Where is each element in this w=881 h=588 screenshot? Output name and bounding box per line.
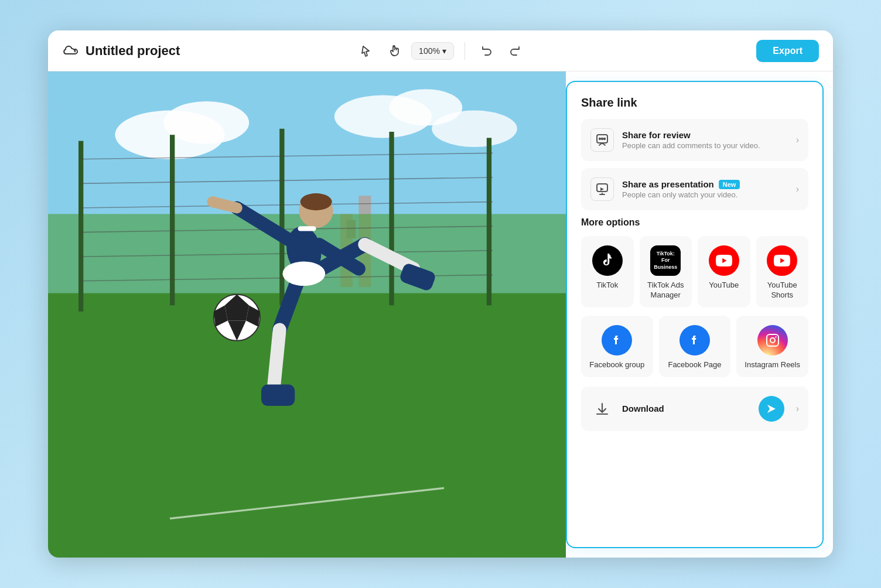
- svg-rect-11: [48, 293, 566, 558]
- instagram-reels-icon: [757, 325, 788, 355]
- svg-rect-32: [261, 385, 295, 406]
- facebook-page-label: Facebook Page: [668, 360, 721, 370]
- download-icon: [590, 397, 614, 421]
- share-presentation-name: Share as presentation: [622, 179, 714, 189]
- svg-rect-43: [597, 184, 607, 192]
- download-label: Download: [622, 404, 750, 413]
- tiktok-ads-option[interactable]: TikTok: For Business TikTok Ads Manager: [640, 236, 692, 307]
- download-cursor-icon: [759, 396, 784, 422]
- svg-rect-17: [487, 138, 491, 305]
- svg-point-42: [604, 138, 605, 139]
- tiktok-icon: [592, 245, 623, 276]
- more-options-title: More options: [581, 217, 808, 228]
- share-panel-title: Share link: [581, 96, 808, 110]
- soccer-image: [48, 71, 566, 558]
- svg-point-36: [282, 262, 325, 286]
- share-review-name: Share for review: [622, 130, 691, 140]
- yt-shorts-icon: [767, 245, 797, 276]
- header: Untitled project 100% ▾: [48, 30, 833, 71]
- download-option[interactable]: Download ›: [581, 387, 808, 431]
- svg-rect-16: [389, 132, 394, 305]
- download-chevron-icon: ›: [796, 404, 799, 414]
- svg-line-28: [213, 202, 237, 208]
- share-review-chevron-icon: ›: [796, 135, 799, 145]
- facebook-group-icon: [602, 325, 632, 355]
- undo-button[interactable]: [476, 40, 498, 62]
- header-center: 100% ▾: [355, 40, 526, 62]
- svg-marker-48: [767, 405, 776, 413]
- svg-line-31: [274, 330, 279, 391]
- youtube-icon: [709, 245, 739, 276]
- redo-button[interactable]: [504, 40, 526, 62]
- share-presentation-chevron-icon: ›: [796, 184, 799, 194]
- svg-rect-13: [78, 141, 83, 312]
- project-title: Untitled project: [86, 43, 180, 59]
- app-container: Untitled project 100% ▾: [48, 30, 833, 558]
- tiktok-ads-icon: TikTok: For Business: [650, 245, 681, 276]
- share-panel: Share link Share for review: [566, 81, 824, 548]
- svg-marker-0: [362, 46, 369, 56]
- svg-rect-15: [279, 129, 284, 306]
- svg-rect-37: [298, 226, 316, 231]
- share-presentation-icon: [590, 177, 614, 201]
- share-presentation-desc: People can only watch your video.: [622, 190, 788, 199]
- social-grid-row2: Facebook group Facebook Page: [581, 316, 808, 377]
- facebook-group-label: Facebook group: [589, 360, 644, 370]
- zoom-button[interactable]: 100% ▾: [411, 42, 454, 60]
- svg-point-46: [770, 338, 775, 343]
- export-button[interactable]: Export: [756, 40, 819, 62]
- share-review-desc: People can add comments to your video.: [622, 141, 788, 150]
- share-review-icon: [590, 128, 614, 152]
- share-review-text: Share for review People can add comments…: [622, 130, 788, 150]
- svg-point-26: [301, 193, 332, 210]
- tiktok-label: TikTok: [596, 281, 618, 290]
- social-grid-row1: TikTok TikTok: For Business TikTok Ads M…: [581, 236, 808, 307]
- instagram-reels-label: Instagram Reels: [745, 360, 800, 370]
- new-badge: New: [719, 180, 740, 189]
- share-presentation-option[interactable]: Share as presentation New People can onl…: [581, 168, 808, 210]
- hand-tool-button[interactable]: [383, 40, 405, 62]
- instagram-reels-option[interactable]: Instagram Reels: [736, 316, 808, 377]
- svg-rect-45: [767, 334, 778, 346]
- zoom-value: 100%: [419, 46, 440, 56]
- zoom-chevron-icon: ▾: [442, 46, 446, 56]
- svg-point-40: [599, 138, 600, 139]
- svg-marker-44: [600, 187, 604, 191]
- canvas-area: [48, 71, 566, 558]
- youtube-label: YouTube: [709, 281, 739, 290]
- header-left: Untitled project: [62, 42, 346, 60]
- svg-point-47: [775, 336, 776, 337]
- facebook-group-option[interactable]: Facebook group: [581, 316, 653, 377]
- svg-point-6: [432, 111, 517, 147]
- facebook-page-icon: [679, 325, 710, 355]
- header-divider: [465, 42, 465, 60]
- tiktok-ads-label: TikTok Ads Manager: [644, 281, 688, 300]
- youtube-option[interactable]: YouTube: [698, 236, 750, 307]
- header-right: Export: [535, 40, 819, 62]
- main-area: Share link Share for review: [48, 71, 833, 558]
- facebook-page-option[interactable]: Facebook Page: [659, 316, 731, 377]
- tiktok-option[interactable]: TikTok: [581, 236, 634, 307]
- yt-shorts-label: YouTube Shorts: [761, 281, 804, 300]
- cloud-icon: [62, 42, 78, 60]
- svg-point-41: [602, 138, 603, 139]
- share-presentation-text: Share as presentation New People can onl…: [622, 179, 788, 199]
- svg-point-3: [164, 101, 250, 144]
- yt-shorts-option[interactable]: YouTube Shorts: [756, 236, 809, 307]
- pointer-tool-button[interactable]: [355, 40, 377, 62]
- share-for-review-option[interactable]: Share for review People can add comments…: [581, 119, 808, 161]
